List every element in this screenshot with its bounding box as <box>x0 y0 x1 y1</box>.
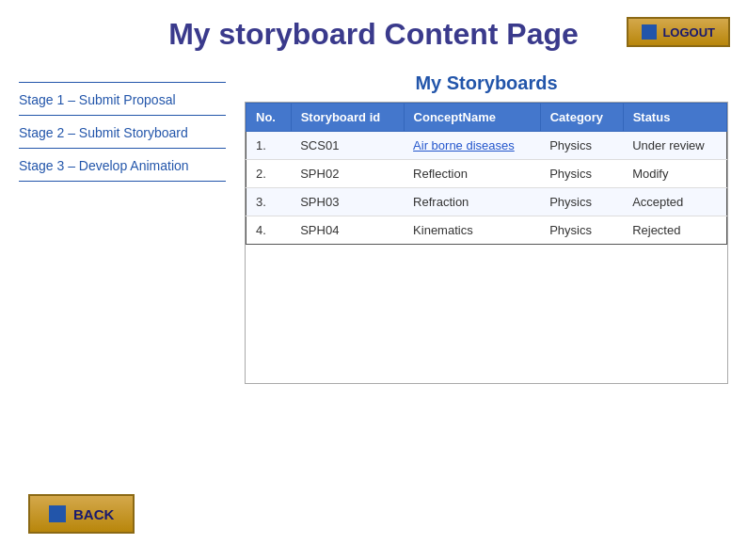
cell-storyboard-id: SPH03 <box>291 188 404 216</box>
cell-category: Physics <box>540 216 623 245</box>
logout-icon <box>642 24 657 40</box>
table-row: 4.SPH04KinematicsPhysicsRejected <box>246 216 727 245</box>
concept-link[interactable]: Air borne diseases <box>413 138 515 152</box>
table-row: 3.SPH03RefractionPhysicsAccepted <box>246 188 727 216</box>
cell-category: Physics <box>540 160 623 188</box>
cell-concept-name: Kinematics <box>404 216 540 245</box>
cell-category: Physics <box>540 188 623 216</box>
back-icon <box>49 505 66 522</box>
cell-storyboard-id: SCS01 <box>291 132 404 160</box>
content-area: My Storyboards No. Storyboard id Concept… <box>226 72 728 384</box>
cell-concept-name[interactable]: Air borne diseases <box>404 132 540 160</box>
storyboards-title: My Storyboards <box>245 72 728 94</box>
logout-label: LOGOUT <box>662 25 715 40</box>
col-no: No. <box>246 104 292 132</box>
main-layout: Stage 1 – Submit Proposal Stage 2 – Subm… <box>0 63 747 393</box>
cell-no: 2. <box>246 160 292 188</box>
cell-no: 3. <box>246 188 292 216</box>
sidebar-item-stage2[interactable]: Stage 2 – Submit Storyboard <box>19 116 226 149</box>
sidebar-item-stage3[interactable]: Stage 3 – Develop Animation <box>19 149 226 182</box>
cell-status: Accepted <box>623 188 726 216</box>
sidebar: Stage 1 – Submit Proposal Stage 2 – Subm… <box>19 72 226 384</box>
logout-button[interactable]: LOGOUT <box>627 17 730 47</box>
col-category: Category <box>540 104 623 132</box>
storyboard-table: No. Storyboard id ConceptName Category S… <box>246 103 727 245</box>
cell-concept-name: Reflection <box>404 160 540 188</box>
cell-status: Modify <box>623 160 726 188</box>
cell-storyboard-id: SPH04 <box>291 216 404 245</box>
back-button[interactable]: BACK <box>28 494 135 534</box>
col-status: Status <box>623 104 726 132</box>
table-row: 1.SCS01Air borne diseasesPhysicsUnder re… <box>246 132 727 160</box>
cell-status: Under review <box>623 132 726 160</box>
back-label: BACK <box>73 506 114 522</box>
cell-storyboard-id: SPH02 <box>291 160 404 188</box>
col-concept-name: ConceptName <box>404 104 540 132</box>
col-storyboard-id: Storyboard id <box>291 104 404 132</box>
cell-concept-name: Refraction <box>404 188 540 216</box>
table-row: 2.SPH02ReflectionPhysicsModify <box>246 160 727 188</box>
sidebar-item-stage1[interactable]: Stage 1 – Submit Proposal <box>19 82 226 116</box>
cell-status: Rejected <box>623 216 726 245</box>
table-header-row: No. Storyboard id ConceptName Category S… <box>246 104 727 132</box>
storyboard-table-wrapper: No. Storyboard id ConceptName Category S… <box>245 102 728 384</box>
cell-no: 4. <box>246 216 292 245</box>
cell-category: Physics <box>540 132 623 160</box>
cell-no: 1. <box>246 132 292 160</box>
